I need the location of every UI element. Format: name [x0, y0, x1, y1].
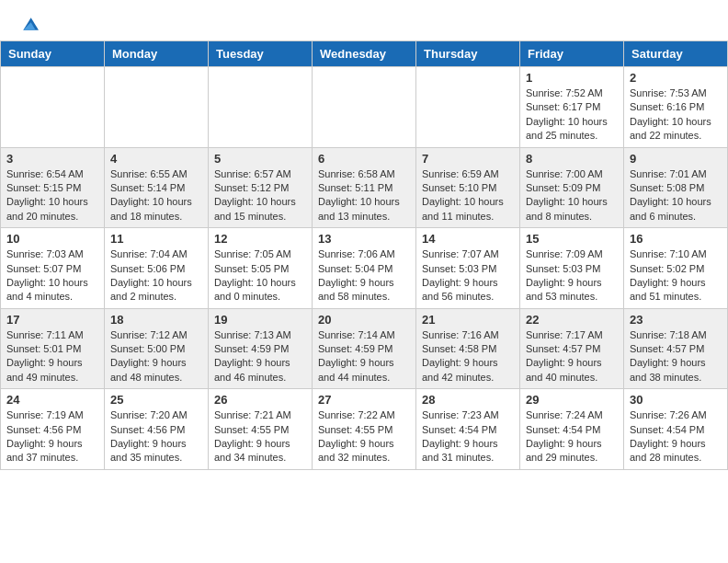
calendar-cell: 30Sunrise: 7:26 AM Sunset: 4:54 PM Dayli…: [624, 389, 728, 470]
day-number: 6: [318, 152, 410, 166]
weekday-header-thursday: Thursday: [416, 41, 520, 67]
day-info: Sunrise: 7:22 AM Sunset: 4:55 PM Dayligh…: [318, 408, 410, 465]
day-number: 16: [630, 232, 722, 246]
calendar-cell: 12Sunrise: 7:05 AM Sunset: 5:05 PM Dayli…: [209, 228, 313, 309]
day-info: Sunrise: 7:11 AM Sunset: 5:01 PM Dayligh…: [6, 328, 98, 385]
day-number: 21: [422, 313, 514, 327]
logo: [18, 15, 39, 33]
day-info: Sunrise: 7:04 AM Sunset: 5:06 PM Dayligh…: [110, 247, 202, 304]
day-number: 25: [110, 393, 202, 407]
day-info: Sunrise: 7:12 AM Sunset: 5:00 PM Dayligh…: [110, 328, 202, 385]
calendar-cell: 26Sunrise: 7:21 AM Sunset: 4:55 PM Dayli…: [209, 389, 313, 470]
calendar-cell: [416, 67, 520, 148]
calendar-week-4: 17Sunrise: 7:11 AM Sunset: 5:01 PM Dayli…: [1, 308, 728, 389]
calendar-cell: 24Sunrise: 7:19 AM Sunset: 4:56 PM Dayli…: [1, 389, 105, 470]
calendar-cell: 10Sunrise: 7:03 AM Sunset: 5:07 PM Dayli…: [1, 228, 105, 309]
day-number: 30: [630, 393, 722, 407]
calendar-cell: 25Sunrise: 7:20 AM Sunset: 4:56 PM Dayli…: [105, 389, 209, 470]
day-info: Sunrise: 7:00 AM Sunset: 5:09 PM Dayligh…: [526, 167, 618, 224]
day-number: 20: [318, 313, 410, 327]
day-info: Sunrise: 7:24 AM Sunset: 4:54 PM Dayligh…: [526, 408, 618, 465]
day-number: 10: [6, 232, 98, 246]
day-number: 28: [422, 393, 514, 407]
calendar-cell: [1, 67, 105, 148]
day-number: 4: [110, 152, 202, 166]
weekday-header-saturday: Saturday: [624, 41, 728, 67]
day-info: Sunrise: 6:58 AM Sunset: 5:11 PM Dayligh…: [318, 167, 410, 224]
day-number: 22: [526, 313, 618, 327]
calendar-header-row: SundayMondayTuesdayWednesdayThursdayFrid…: [1, 41, 728, 67]
calendar-cell: 7Sunrise: 6:59 AM Sunset: 5:10 PM Daylig…: [416, 147, 520, 228]
calendar-week-5: 24Sunrise: 7:19 AM Sunset: 4:56 PM Dayli…: [1, 389, 728, 470]
calendar-cell: 28Sunrise: 7:23 AM Sunset: 4:54 PM Dayli…: [416, 389, 520, 470]
weekday-header-monday: Monday: [105, 41, 209, 67]
calendar-cell: 20Sunrise: 7:14 AM Sunset: 4:59 PM Dayli…: [313, 308, 416, 389]
calendar-cell: 5Sunrise: 6:57 AM Sunset: 5:12 PM Daylig…: [209, 147, 313, 228]
day-info: Sunrise: 7:23 AM Sunset: 4:54 PM Dayligh…: [422, 408, 514, 465]
day-number: 5: [214, 152, 306, 166]
weekday-header-tuesday: Tuesday: [209, 41, 313, 67]
day-info: Sunrise: 7:09 AM Sunset: 5:03 PM Dayligh…: [526, 247, 618, 304]
day-number: 9: [630, 152, 722, 166]
calendar-cell: 1Sunrise: 7:52 AM Sunset: 6:17 PM Daylig…: [520, 67, 624, 148]
calendar-cell: 18Sunrise: 7:12 AM Sunset: 5:00 PM Dayli…: [105, 308, 209, 389]
calendar-week-1: 1Sunrise: 7:52 AM Sunset: 6:17 PM Daylig…: [1, 67, 728, 148]
page-header: [0, 0, 728, 40]
day-number: 18: [110, 313, 202, 327]
day-number: 1: [526, 71, 618, 85]
day-number: 27: [318, 393, 410, 407]
calendar-cell: 15Sunrise: 7:09 AM Sunset: 5:03 PM Dayli…: [520, 228, 624, 309]
day-number: 17: [6, 313, 98, 327]
calendar-cell: 21Sunrise: 7:16 AM Sunset: 4:58 PM Dayli…: [416, 308, 520, 389]
calendar-cell: 29Sunrise: 7:24 AM Sunset: 4:54 PM Dayli…: [520, 389, 624, 470]
calendar-cell: 3Sunrise: 6:54 AM Sunset: 5:15 PM Daylig…: [1, 147, 105, 228]
day-info: Sunrise: 6:55 AM Sunset: 5:14 PM Dayligh…: [110, 167, 202, 224]
day-number: 24: [6, 393, 98, 407]
day-number: 11: [110, 232, 202, 246]
day-info: Sunrise: 6:54 AM Sunset: 5:15 PM Dayligh…: [6, 167, 98, 224]
day-info: Sunrise: 7:14 AM Sunset: 4:59 PM Dayligh…: [318, 328, 410, 385]
calendar-cell: 16Sunrise: 7:10 AM Sunset: 5:02 PM Dayli…: [624, 228, 728, 309]
calendar-cell: 27Sunrise: 7:22 AM Sunset: 4:55 PM Dayli…: [313, 389, 416, 470]
calendar-cell: 6Sunrise: 6:58 AM Sunset: 5:11 PM Daylig…: [313, 147, 416, 228]
day-number: 19: [214, 313, 306, 327]
day-info: Sunrise: 7:20 AM Sunset: 4:56 PM Dayligh…: [110, 408, 202, 465]
day-info: Sunrise: 7:13 AM Sunset: 4:59 PM Dayligh…: [214, 328, 306, 385]
day-info: Sunrise: 7:53 AM Sunset: 6:16 PM Dayligh…: [630, 86, 722, 144]
calendar-cell: 14Sunrise: 7:07 AM Sunset: 5:03 PM Dayli…: [416, 228, 520, 309]
day-info: Sunrise: 7:52 AM Sunset: 6:17 PM Dayligh…: [526, 86, 618, 144]
calendar-cell: 4Sunrise: 6:55 AM Sunset: 5:14 PM Daylig…: [105, 147, 209, 228]
day-number: 14: [422, 232, 514, 246]
day-info: Sunrise: 7:10 AM Sunset: 5:02 PM Dayligh…: [630, 247, 722, 304]
day-number: 3: [6, 152, 98, 166]
day-number: 23: [630, 313, 722, 327]
day-info: Sunrise: 7:01 AM Sunset: 5:08 PM Dayligh…: [630, 167, 722, 224]
day-number: 13: [318, 232, 410, 246]
day-number: 8: [526, 152, 618, 166]
day-number: 29: [526, 393, 618, 407]
day-number: 15: [526, 232, 618, 246]
calendar-cell: 11Sunrise: 7:04 AM Sunset: 5:06 PM Dayli…: [105, 228, 209, 309]
calendar-cell: 13Sunrise: 7:06 AM Sunset: 5:04 PM Dayli…: [313, 228, 416, 309]
calendar-cell: 17Sunrise: 7:11 AM Sunset: 5:01 PM Dayli…: [1, 308, 105, 389]
weekday-header-sunday: Sunday: [1, 41, 105, 67]
day-info: Sunrise: 7:03 AM Sunset: 5:07 PM Dayligh…: [6, 247, 98, 304]
day-info: Sunrise: 7:16 AM Sunset: 4:58 PM Dayligh…: [422, 328, 514, 385]
logo-icon: [20, 15, 39, 33]
weekday-header-friday: Friday: [520, 41, 624, 67]
calendar-week-2: 3Sunrise: 6:54 AM Sunset: 5:15 PM Daylig…: [1, 147, 728, 228]
calendar-table: SundayMondayTuesdayWednesdayThursdayFrid…: [0, 40, 728, 470]
day-info: Sunrise: 7:05 AM Sunset: 5:05 PM Dayligh…: [214, 247, 306, 304]
day-info: Sunrise: 7:18 AM Sunset: 4:57 PM Dayligh…: [630, 328, 722, 385]
calendar-cell: [105, 67, 209, 148]
weekday-header-wednesday: Wednesday: [313, 41, 416, 67]
day-info: Sunrise: 7:06 AM Sunset: 5:04 PM Dayligh…: [318, 247, 410, 304]
day-number: 2: [630, 71, 722, 85]
calendar-week-3: 10Sunrise: 7:03 AM Sunset: 5:07 PM Dayli…: [1, 228, 728, 309]
calendar-cell: [209, 67, 313, 148]
day-info: Sunrise: 7:21 AM Sunset: 4:55 PM Dayligh…: [214, 408, 306, 465]
day-number: 7: [422, 152, 514, 166]
calendar-cell: 19Sunrise: 7:13 AM Sunset: 4:59 PM Dayli…: [209, 308, 313, 389]
day-info: Sunrise: 7:07 AM Sunset: 5:03 PM Dayligh…: [422, 247, 514, 304]
day-number: 12: [214, 232, 306, 246]
